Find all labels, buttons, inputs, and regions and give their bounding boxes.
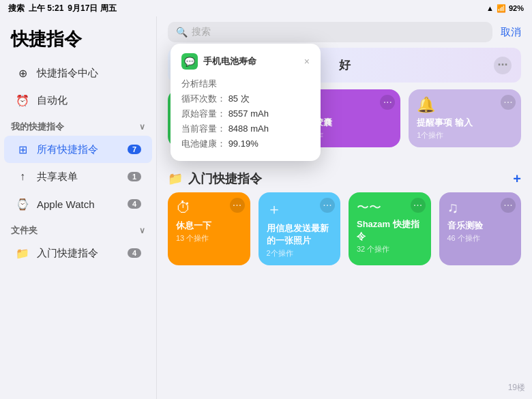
sidebar-item-automation[interactable]: ⏰ 自动化 xyxy=(4,87,152,114)
starter-shortcuts-section: 📁 入门快捷指令 + ··· ⏱ 休息一下 13 个操作 ··· ＋ 用信息发送… xyxy=(157,164,532,282)
starter-add-button[interactable]: + xyxy=(513,171,521,187)
popup-analysis-label: 分析结果 xyxy=(181,76,310,91)
starter-folder-icon: 📁 xyxy=(15,246,30,261)
starter-folder-section-icon: 📁 xyxy=(168,171,183,186)
status-date: 9月17日 周五 xyxy=(68,3,116,14)
popup-card: 💬 手机电池寿命 × 分析结果 循环次数： 85 次 原始容量： 8557 mA… xyxy=(171,44,321,161)
search-placeholder: 搜索 xyxy=(192,26,211,38)
apple-watch-badge: 4 xyxy=(128,199,141,209)
photo-message-more-button[interactable]: ··· xyxy=(320,198,335,213)
shazam-more-button[interactable]: ··· xyxy=(411,198,426,213)
sidebar-item-all-shortcuts[interactable]: ⊞ 所有快捷指令 7 xyxy=(4,136,152,163)
my-shortcuts-header: 我的快捷指令 ∨ xyxy=(0,114,156,136)
folders-header: 文件夹 ∨ xyxy=(0,218,156,239)
music-test-card-title: 音乐测验 xyxy=(447,220,514,232)
sidebar-label-all-shortcuts: 所有快捷指令 xyxy=(37,143,121,156)
sidebar-label-apple-watch: Apple Watch xyxy=(37,198,121,210)
popup-original-capacity-row: 原始容量： 8557 mAh xyxy=(181,106,310,121)
all-shortcuts-badge: 7 xyxy=(128,145,141,154)
shazam-card-subtitle: 32 个操作 xyxy=(357,244,423,254)
rest-more-button[interactable]: ··· xyxy=(230,198,245,213)
starter-shortcuts-row: ··· ⏱ 休息一下 13 个操作 ··· ＋ 用信息发送最新的一张照片 2个操… xyxy=(168,192,521,265)
good-label: 好 xyxy=(339,57,351,73)
good-more-button[interactable]: ··· xyxy=(494,57,512,74)
popup-battery-health-row: 电池健康： 99.19% xyxy=(181,136,310,151)
starter-shortcuts-badge: 4 xyxy=(128,248,141,258)
watermark: 19楼 xyxy=(508,382,525,394)
popup-close-button[interactable]: × xyxy=(304,56,310,67)
reminder-card-title: 提醒事项 输入 xyxy=(417,117,513,129)
status-bar: 搜索 上午 5:21 9月17日 周五 ▲ 📶 92% xyxy=(0,0,532,16)
shortcut-card-reminder[interactable]: ··· 🔔 提醒事项 输入 1个操作 xyxy=(409,89,521,147)
my-shortcuts-label: 我的快捷指令 xyxy=(11,121,64,133)
shortcut-card-rest[interactable]: ··· ⏱ 休息一下 13 个操作 xyxy=(168,192,250,265)
capsule-more-button[interactable]: ··· xyxy=(380,95,395,110)
music-test-card-subtitle: 46 个操作 xyxy=(447,233,514,243)
shortcut-card-music-test[interactable]: ··· ♫ 音乐测验 46 个操作 xyxy=(439,192,522,265)
popup-title: 手机电池寿命 xyxy=(203,55,256,68)
shortcut-card-photo-message[interactable]: ··· ＋ 用信息发送最新的一张照片 2个操作 xyxy=(258,192,341,265)
reminder-card-subtitle: 1个操作 xyxy=(417,130,513,141)
sidebar-item-shortcuts-center[interactable]: ⊕ 快捷指令中心 xyxy=(4,59,152,87)
search-bar[interactable]: 🔍 搜索 xyxy=(168,22,492,42)
folders-label: 文件夹 xyxy=(11,224,38,237)
shortcut-card-shazam[interactable]: ··· 〜〜 Shazam 快捷指令 32 个操作 xyxy=(349,192,431,265)
popup-app-icon: 💬 xyxy=(181,53,198,70)
folders-chevron[interactable]: ∨ xyxy=(139,226,145,235)
automation-icon: ⏰ xyxy=(15,93,30,108)
shortcuts-center-icon: ⊕ xyxy=(15,65,30,80)
starter-section-label: 📁 入门快捷指令 + xyxy=(168,164,521,192)
signal-icon: 📶 xyxy=(497,4,506,13)
music-test-more-button[interactable]: ··· xyxy=(501,198,516,213)
sidebar-label-starter-shortcuts: 入门快捷指令 xyxy=(37,247,121,260)
rest-card-title: 休息一下 xyxy=(176,220,242,232)
sidebar-item-shared-list[interactable]: ↑ 共享表单 1 xyxy=(4,163,152,190)
shared-list-badge: 1 xyxy=(128,172,141,181)
popup-cycles-row: 循环次数： 85 次 xyxy=(181,91,310,106)
reminder-card-icon: 🔔 xyxy=(417,96,513,114)
photo-message-card-title: 用信息发送最新的一张照片 xyxy=(267,222,333,247)
apple-watch-icon: ⌚ xyxy=(15,196,30,211)
battery-status: 92% xyxy=(509,4,524,12)
app-title: 快捷指令 xyxy=(0,22,156,59)
all-shortcuts-icon: ⊞ xyxy=(15,142,30,157)
shared-list-icon: ↑ xyxy=(15,169,30,184)
reminder-more-button[interactable]: ··· xyxy=(501,95,516,110)
wifi-icon: ▲ xyxy=(486,4,494,12)
content-area: 🔍 搜索 取消 好 ··· ··· 💬 手机电池寿命 47 个操作 xyxy=(157,16,532,399)
sidebar-item-apple-watch[interactable]: ⌚ Apple Watch 4 xyxy=(4,190,152,218)
shazam-card-title: Shazam 快捷指令 xyxy=(357,218,423,243)
sidebar-label-shortcuts-center: 快捷指令中心 xyxy=(37,67,141,80)
popup-header: 💬 手机电池寿命 × xyxy=(181,53,310,70)
search-icon: 🔍 xyxy=(176,27,188,38)
sidebar-label-shared-list: 共享表单 xyxy=(37,171,121,183)
rest-card-subtitle: 13 个操作 xyxy=(176,233,242,243)
my-shortcuts-chevron[interactable]: ∨ xyxy=(139,122,145,132)
status-time: 上午 5:21 xyxy=(29,3,63,14)
cancel-button[interactable]: 取消 xyxy=(501,26,521,39)
sidebar: 快捷指令 ⊕ 快捷指令中心 ⏰ 自动化 我的快捷指令 ∨ ⊞ 所有快捷指令 7 … xyxy=(0,16,157,399)
photo-message-card-subtitle: 2个操作 xyxy=(267,248,333,258)
sidebar-label-automation: 自动化 xyxy=(37,94,141,107)
popup-current-capacity-row: 当前容量： 8488 mAh xyxy=(181,121,310,136)
sidebar-item-starter-shortcuts[interactable]: 📁 入门快捷指令 4 xyxy=(4,239,152,267)
search-status-label: 搜索 xyxy=(8,3,25,14)
